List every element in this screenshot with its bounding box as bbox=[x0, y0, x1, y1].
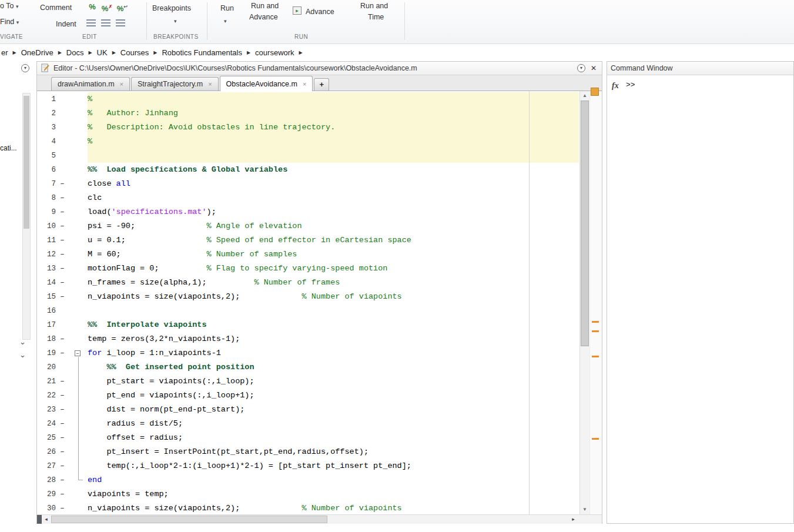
code-text[interactable]: close all bbox=[88, 177, 579, 191]
breakpoints-button[interactable]: Breakpoints bbox=[152, 4, 191, 12]
code-analyzer-status-icon[interactable] bbox=[591, 88, 599, 96]
left-panel-scrollbar[interactable] bbox=[22, 93, 31, 340]
warning-marker-icon[interactable] bbox=[592, 356, 599, 357]
breakpoint-dash[interactable]: – bbox=[58, 233, 66, 247]
code-text[interactable]: temp = zeros(3,2*n_viapoints-1); bbox=[88, 332, 579, 346]
code-text[interactable]: n_frames = size(alpha,1); % Number of fr… bbox=[88, 276, 579, 290]
breadcrumb-item[interactable]: UK bbox=[97, 48, 108, 57]
run-and-time-button-line2[interactable]: Time bbox=[368, 13, 384, 21]
collapse-chevron-icon[interactable]: ⌄ bbox=[19, 350, 26, 359]
code-text[interactable]: end bbox=[88, 473, 579, 487]
code-text[interactable]: u = 0.1; % Speed of end effector in eCar… bbox=[88, 233, 579, 247]
code-text[interactable] bbox=[88, 149, 579, 163]
breakpoint-dash[interactable]: – bbox=[58, 346, 66, 360]
code-text[interactable]: % Description: Avoid obstacles in line t… bbox=[88, 121, 579, 135]
breakpoint-dash[interactable]: – bbox=[58, 389, 66, 403]
tab-close-icon[interactable]: × bbox=[208, 81, 212, 88]
code-text[interactable]: temp(:,i_loop*2-1:(i_loop+1)*2-1) = [pt_… bbox=[88, 459, 579, 473]
code-text[interactable]: %% Interpolate viapoints bbox=[88, 318, 579, 332]
warning-marker-icon[interactable] bbox=[592, 321, 599, 323]
breakpoint-dash[interactable]: – bbox=[58, 445, 66, 459]
warning-marker-icon[interactable] bbox=[592, 330, 599, 332]
breadcrumb-item[interactable]: coursework bbox=[255, 48, 294, 57]
warning-marker-icon[interactable] bbox=[592, 438, 599, 440]
uncomment-icon[interactable]: %✗ bbox=[100, 2, 113, 13]
close-icon[interactable]: ✕ bbox=[589, 64, 598, 72]
chevron-down-icon[interactable]: ▾ bbox=[224, 18, 227, 24]
panel-menu-icon[interactable]: ▾ bbox=[577, 64, 585, 72]
code-text[interactable]: radius = dist/5; bbox=[88, 417, 579, 431]
breakpoint-dash[interactable]: – bbox=[58, 247, 66, 262]
scroll-right-icon[interactable]: ▸ bbox=[569, 515, 578, 524]
breakpoint-dash[interactable]: – bbox=[58, 374, 66, 389]
code-text[interactable]: load('specifications.mat'); bbox=[88, 205, 579, 219]
code-text[interactable] bbox=[88, 304, 579, 318]
scrollbar-thumb[interactable] bbox=[24, 96, 29, 229]
breakpoint-dash[interactable]: – bbox=[58, 191, 66, 205]
run-and-advance-button-line2[interactable]: Advance bbox=[249, 13, 278, 21]
code-text[interactable]: offset = radius; bbox=[88, 431, 579, 445]
run-and-time-button[interactable]: Run and bbox=[360, 2, 388, 10]
code-text[interactable]: for i_loop = 1:n_viapoints-1 bbox=[88, 346, 579, 360]
scroll-up-icon[interactable]: ▲ bbox=[580, 91, 589, 101]
advance-button[interactable]: Advance bbox=[306, 8, 334, 16]
splitter-grip[interactable] bbox=[37, 515, 42, 524]
code-text[interactable]: M = 60; % Number of samples bbox=[88, 247, 579, 262]
breakpoint-dash[interactable]: – bbox=[58, 459, 66, 473]
breakpoint-dash[interactable]: – bbox=[58, 403, 66, 417]
decrease-indent-icon[interactable] bbox=[101, 19, 110, 26]
breakpoint-dash[interactable]: – bbox=[58, 473, 66, 487]
code-text[interactable]: n_viapoints = size(viapoints,2); % Numbe… bbox=[88, 501, 579, 514]
editor-tab[interactable]: drawAnimation.m× bbox=[51, 77, 130, 91]
breakpoint-dash[interactable]: – bbox=[58, 332, 66, 346]
run-button[interactable]: Run bbox=[220, 4, 234, 12]
breakpoint-dash[interactable]: – bbox=[58, 262, 66, 276]
breadcrumb-item[interactable]: Robotics Fundamentals bbox=[162, 48, 242, 57]
scroll-down-icon[interactable]: ⌄ bbox=[19, 337, 26, 346]
scroll-left-icon[interactable]: ◂ bbox=[42, 515, 51, 524]
panel-menu-icon[interactable]: ▾ bbox=[21, 64, 29, 72]
breakpoint-dash[interactable]: – bbox=[58, 219, 66, 233]
scrollbar-thumb[interactable] bbox=[51, 516, 327, 523]
breadcrumb-item[interactable]: OneDrive bbox=[21, 48, 53, 57]
find-button[interactable]: Find ▾ bbox=[0, 18, 19, 26]
goto-button[interactable]: o To ▾ bbox=[0, 2, 18, 10]
code-text[interactable]: dist = norm(pt_end-pt_start); bbox=[88, 403, 579, 417]
fx-icon[interactable]: fx bbox=[612, 81, 619, 91]
fold-toggle-icon[interactable]: − bbox=[75, 350, 81, 356]
increase-indent-icon[interactable] bbox=[116, 19, 125, 26]
breakpoint-dash[interactable]: – bbox=[58, 487, 66, 501]
scrollbar-thumb[interactable] bbox=[581, 101, 589, 346]
breakpoint-dash[interactable]: – bbox=[58, 205, 66, 219]
editor-vertical-scrollbar[interactable]: ▲ ▼ bbox=[579, 91, 589, 514]
code-text[interactable]: %% Get inserted point position bbox=[88, 360, 579, 374]
code-text[interactable]: %% Load specifications & Global variable… bbox=[88, 163, 579, 177]
code-text[interactable]: clc bbox=[88, 191, 579, 205]
code-text[interactable]: pt_end = viapoints(:,i_loop+1); bbox=[88, 389, 579, 403]
code-text[interactable]: viapoints = temp; bbox=[88, 487, 579, 501]
breakpoint-dash[interactable]: – bbox=[58, 276, 66, 290]
scroll-down-icon[interactable]: ▼ bbox=[580, 505, 589, 514]
run-and-advance-button[interactable]: Run and bbox=[251, 2, 279, 10]
breakpoint-dash[interactable]: – bbox=[58, 431, 66, 445]
code-text[interactable]: % bbox=[88, 135, 579, 149]
code-editor[interactable]: 1%2% Author: Jinhang3% Description: Avoi… bbox=[37, 91, 602, 514]
chevron-down-icon[interactable]: ▾ bbox=[174, 18, 177, 24]
new-tab-button[interactable]: + bbox=[314, 78, 329, 91]
wrap-comments-icon[interactable]: %↩ bbox=[116, 2, 129, 13]
code-text[interactable]: motionFlag = 0; % Flag to specify varyin… bbox=[88, 262, 579, 276]
tab-close-icon[interactable]: × bbox=[120, 81, 123, 88]
code-text[interactable]: psi = -90; % Angle of elevation bbox=[88, 219, 579, 233]
tab-close-icon[interactable]: × bbox=[303, 81, 306, 88]
code-text[interactable]: n_viapoints = size(viapoints,2); % Numbe… bbox=[88, 290, 579, 304]
code-text[interactable]: % bbox=[88, 92, 579, 106]
breadcrumb-item[interactable]: er bbox=[1, 48, 8, 57]
breakpoint-dash[interactable]: – bbox=[58, 501, 66, 514]
editor-tab[interactable]: ObstacleAvoidance.m× bbox=[220, 76, 313, 91]
code-text[interactable]: pt_insert = InsertPoint(pt_start,pt_end,… bbox=[88, 445, 579, 459]
smart-indent-icon[interactable] bbox=[86, 19, 96, 26]
breakpoint-dash[interactable]: – bbox=[58, 177, 66, 191]
command-prompt[interactable]: >> bbox=[626, 81, 635, 90]
breakpoint-dash[interactable]: – bbox=[58, 290, 66, 304]
breakpoint-dash[interactable]: – bbox=[58, 417, 66, 431]
